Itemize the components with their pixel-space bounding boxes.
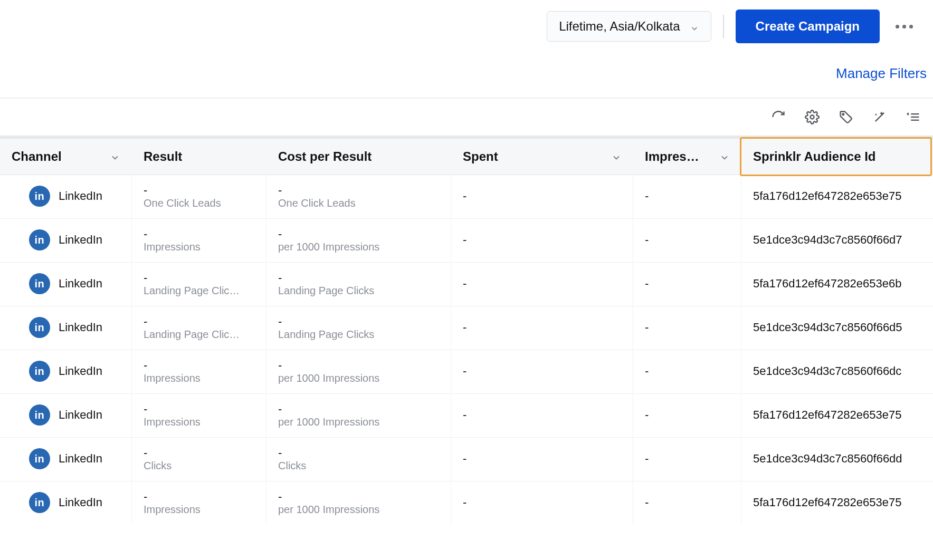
- column-header-impressions[interactable]: Impres…: [633, 139, 741, 175]
- result-type: Impressions: [144, 241, 254, 253]
- impressions-value: -: [645, 321, 649, 334]
- chevron-down-icon: [110, 151, 120, 162]
- cell-channel: inLinkedIn: [0, 263, 132, 306]
- result-value: -: [144, 490, 254, 504]
- audience-id-value: 5fa176d12ef647282e653e75: [753, 407, 921, 423]
- cpr-value: -: [278, 359, 439, 372]
- audience-id-value: 5e1dce3c94d3c7c8560f66dc: [753, 363, 921, 379]
- cell-channel: inLinkedIn: [0, 350, 132, 393]
- table-row[interactable]: inLinkedIn-Impressions-per 1000 Impressi…: [0, 219, 933, 263]
- cell-spent: -: [451, 306, 633, 350]
- cpr-type: per 1000 Impressions: [278, 241, 439, 253]
- refresh-icon[interactable]: [770, 109, 786, 125]
- cell-result: -Impressions: [132, 219, 266, 262]
- chevron-down-icon: [719, 151, 730, 162]
- cell-impressions: -: [633, 481, 741, 525]
- cpr-type: Landing Page Clicks: [278, 285, 439, 297]
- channel-label: LinkedIn: [59, 233, 102, 247]
- cell-spent: -: [451, 394, 633, 437]
- table-row[interactable]: inLinkedIn-Landing Page Clic…-Landing Pa…: [0, 306, 933, 350]
- audience-id-value: 5fa176d12ef647282e653e75: [753, 188, 921, 204]
- cell-audience-id: 5e1dce3c94d3c7c8560f66dc: [741, 350, 933, 393]
- campaign-table: Channel Result Cost per Result Spent Imp…: [0, 138, 933, 525]
- audience-id-value: 5e1dce3c94d3c7c8560f66dd: [753, 451, 921, 467]
- dot-icon: [909, 25, 913, 28]
- result-type: Landing Page Clic…: [144, 329, 254, 341]
- cell-impressions: -: [633, 350, 741, 393]
- manage-filters-link[interactable]: Manage Filters: [836, 65, 927, 82]
- table-row[interactable]: inLinkedIn-One Click Leads-One Click Lea…: [0, 175, 933, 219]
- cell-impressions: -: [633, 438, 741, 481]
- cell-audience-id: 5fa176d12ef647282e653e75: [741, 394, 933, 437]
- cell-cost-per-result: -Landing Page Clicks: [266, 263, 451, 306]
- linkedin-icon: in: [29, 404, 50, 426]
- channel-label: LinkedIn: [59, 496, 102, 509]
- cell-channel: inLinkedIn: [0, 219, 132, 262]
- result-type: Impressions: [144, 372, 254, 384]
- date-range-select[interactable]: Lifetime, Asia/Kolkata: [547, 11, 711, 42]
- spent-value: -: [463, 233, 466, 247]
- result-value: -: [144, 315, 254, 329]
- cell-result: -Impressions: [132, 394, 266, 437]
- linkedin-icon: in: [29, 186, 50, 207]
- magic-wand-icon[interactable]: [872, 109, 888, 125]
- table-row[interactable]: inLinkedIn-Impressions-per 1000 Impressi…: [0, 394, 933, 438]
- cpr-value: -: [278, 402, 439, 416]
- cell-cost-per-result: -per 1000 Impressions: [266, 219, 451, 262]
- cell-audience-id: 5e1dce3c94d3c7c8560f66d7: [741, 219, 933, 262]
- cell-channel: inLinkedIn: [0, 175, 132, 218]
- spent-value: -: [463, 408, 466, 422]
- result-type: Impressions: [144, 416, 254, 428]
- gear-icon[interactable]: [804, 109, 820, 125]
- table-body: inLinkedIn-One Click Leads-One Click Lea…: [0, 175, 933, 525]
- linkedin-icon: in: [29, 317, 50, 338]
- cell-audience-id: 5e1dce3c94d3c7c8560f66d5: [741, 306, 933, 350]
- filters-row: Manage Filters: [0, 50, 933, 98]
- spent-value: -: [463, 321, 466, 334]
- column-header-spent[interactable]: Spent: [451, 139, 633, 175]
- channel-label: LinkedIn: [59, 452, 102, 466]
- cell-spent: -: [451, 175, 633, 218]
- table-row[interactable]: inLinkedIn-Landing Page Clic…-Landing Pa…: [0, 263, 933, 306]
- table-toolbar: [0, 99, 933, 136]
- linkedin-icon: in: [29, 448, 50, 469]
- impressions-value: -: [645, 364, 649, 378]
- result-type: One Click Leads: [144, 197, 254, 209]
- cell-channel: inLinkedIn: [0, 306, 132, 350]
- column-label: Impres…: [645, 149, 699, 164]
- tag-icon[interactable]: [838, 109, 854, 125]
- cell-spent: -: [451, 350, 633, 393]
- dot-icon: [896, 25, 899, 28]
- cell-cost-per-result: -per 1000 Impressions: [266, 481, 451, 525]
- result-value: -: [144, 359, 254, 372]
- cpr-type: One Click Leads: [278, 197, 439, 209]
- column-header-channel[interactable]: Channel: [0, 139, 132, 175]
- column-label: Result: [144, 149, 182, 164]
- linkedin-icon: in: [29, 229, 50, 250]
- result-value: -: [144, 271, 254, 285]
- result-value: -: [144, 446, 254, 460]
- cpr-type: Clicks: [278, 460, 439, 472]
- channel-label: LinkedIn: [59, 277, 102, 291]
- cell-result: -Landing Page Clic…: [132, 306, 266, 350]
- channel-label: LinkedIn: [59, 189, 102, 203]
- cpr-value: -: [278, 184, 439, 197]
- cpr-type: per 1000 Impressions: [278, 372, 439, 384]
- table-row[interactable]: inLinkedIn-Impressions-per 1000 Impressi…: [0, 481, 933, 525]
- table-row[interactable]: inLinkedIn-Impressions-per 1000 Impressi…: [0, 350, 933, 394]
- result-value: -: [144, 402, 254, 416]
- cell-spent: -: [451, 438, 633, 481]
- create-campaign-button[interactable]: Create Campaign: [736, 9, 880, 43]
- column-header-audience-id[interactable]: Sprinklr Audience Id: [740, 137, 932, 176]
- more-menu-button[interactable]: [891, 21, 917, 33]
- channel-label: LinkedIn: [59, 408, 102, 422]
- cell-result: -Clicks: [132, 438, 266, 481]
- result-type: Landing Page Clic…: [144, 285, 254, 297]
- list-settings-icon[interactable]: [906, 109, 921, 125]
- column-label: Spent: [463, 149, 498, 164]
- column-header-result[interactable]: Result: [132, 139, 266, 175]
- date-range-label: Lifetime, Asia/Kolkata: [559, 19, 680, 34]
- table-row[interactable]: inLinkedIn-Clicks-Clicks--5e1dce3c94d3c7…: [0, 438, 933, 481]
- column-header-cost-per-result[interactable]: Cost per Result: [266, 139, 451, 175]
- cell-audience-id: 5fa176d12ef647282e653e6b: [741, 263, 933, 306]
